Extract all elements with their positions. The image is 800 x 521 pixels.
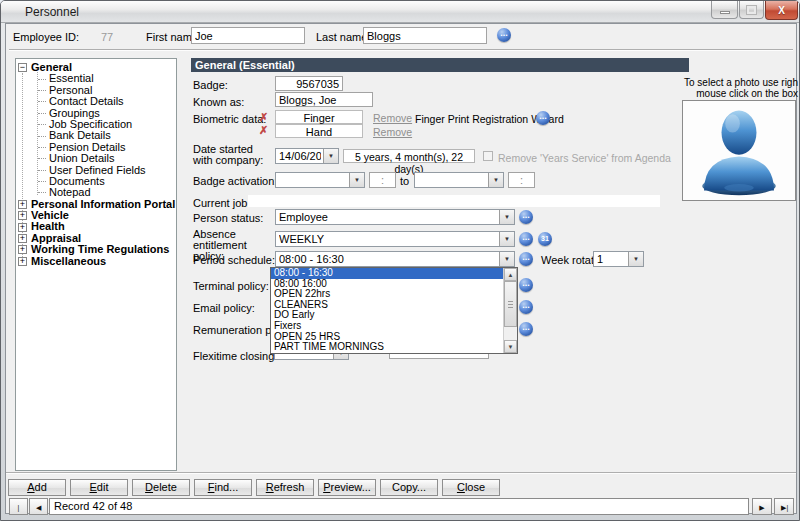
dropdown-option[interactable]: DO Early (271, 310, 503, 321)
scrollbar-thumb[interactable] (504, 281, 517, 327)
photo-hint-line1: To select a photo use righ (661, 78, 798, 88)
tree-node-notepad[interactable]: Notepad (16, 187, 176, 198)
remove-finger-link[interactable]: Remove (373, 112, 412, 124)
ellipsis-icon: ... (519, 322, 533, 332)
expand-icon[interactable]: + (18, 234, 27, 243)
period-schedule-label: Period schedule: (193, 254, 275, 266)
delete-button[interactable]: Delete (132, 479, 190, 496)
collapse-icon[interactable]: − (18, 63, 27, 72)
tree-connector (38, 170, 46, 171)
expand-icon[interactable]: + (18, 211, 27, 220)
current-job-field[interactable] (248, 195, 660, 207)
name-lookup-button[interactable]: ... (497, 28, 511, 42)
maximize-button[interactable] (739, 1, 764, 19)
person-status-label: Person status: (193, 212, 263, 224)
dropdown-option[interactable]: 08:00 16:00 (271, 279, 503, 290)
chevron-down-icon[interactable]: ▼ (499, 232, 514, 246)
expand-icon[interactable]: + (18, 223, 27, 232)
known-as-field[interactable]: Bloggs, Joe (275, 92, 373, 107)
dropdown-option[interactable]: Fixers (271, 321, 503, 332)
nav-bar-icon: | (18, 504, 20, 511)
tree-node-miscellaneous[interactable]: +Miscellaneous (16, 256, 176, 267)
tree-node-general[interactable]: − General (16, 62, 176, 73)
employee-photo-box[interactable] (682, 100, 796, 201)
copy-button[interactable]: Copy... (380, 479, 438, 496)
expand-icon[interactable]: + (18, 200, 27, 209)
expand-icon[interactable]: + (18, 245, 27, 254)
find-button[interactable]: Find... (194, 479, 252, 496)
first-record-button[interactable]: |◀ (9, 498, 28, 515)
ellipsis-icon: ... (519, 278, 533, 288)
chevron-down-icon[interactable]: ▼ (349, 173, 364, 187)
tree-connector (38, 101, 46, 102)
tree-node-label: Working Time Regulations (31, 244, 169, 255)
period-schedule-combo[interactable]: 08:00 - 16:30 ▼ (275, 251, 515, 267)
title-bar: Personnel (1, 1, 800, 23)
remove-hand-link[interactable]: Remove (373, 126, 412, 138)
last-name-input[interactable] (363, 27, 487, 44)
personnel-window: Personnel X Employee ID: 77 First name: … (0, 0, 800, 521)
dropdown-option[interactable]: OPEN 25 HRS (271, 332, 503, 343)
badge-activation-to-combo[interactable]: ▼ (414, 172, 504, 188)
edit-button[interactable]: Edit (70, 479, 128, 496)
dropdown-scrollbar[interactable]: ▲ ▼ (503, 268, 517, 353)
terminal-policy-lookup-button[interactable]: ... (519, 278, 533, 292)
tree-node-union-details[interactable]: Union Details (16, 153, 176, 164)
week-rotation-combo[interactable]: 1 ▼ (593, 251, 644, 267)
expand-icon[interactable]: + (18, 257, 27, 266)
biometric-label: Biometric data: (193, 113, 266, 125)
badge-activation-from-time[interactable]: : (369, 172, 396, 188)
tree-node-documents[interactable]: Documents (16, 176, 176, 187)
close-record-button[interactable]: Close (442, 479, 500, 496)
absence-policy-lookup-button[interactable]: ... (519, 232, 533, 246)
current-job-label: Current job: (193, 197, 250, 209)
tree-node-essential[interactable]: Essential (16, 73, 176, 84)
previous-record-button[interactable]: ◀ (29, 498, 48, 515)
scroll-down-icon[interactable]: ▼ (504, 340, 517, 353)
tree-connector (38, 181, 46, 182)
tree-connector (38, 192, 46, 193)
fingerprint-status-icon: ✗ (259, 111, 268, 123)
tree-node-contact-details[interactable]: Contact Details (16, 96, 176, 107)
nav-bar-icon: | (786, 504, 788, 511)
badge-field[interactable]: 9567035 (275, 76, 343, 91)
person-status-combo[interactable]: Employee ▼ (275, 209, 515, 225)
chevron-down-icon[interactable]: ▼ (628, 252, 643, 266)
to-label: to (400, 175, 409, 187)
maximize-icon (747, 6, 756, 14)
add-button[interactable]: Add (8, 479, 66, 496)
absence-policy-value: WEEKLY (279, 233, 497, 246)
badge-label: Badge: (193, 79, 228, 91)
absence-calendar-button[interactable]: 31 (538, 232, 552, 246)
badge-activation-to-time[interactable]: : (508, 172, 535, 188)
dropdown-option[interactable]: 08:00 - 16:30 (271, 268, 503, 279)
first-name-input[interactable] (191, 27, 305, 44)
badge-activation-from-combo[interactable]: ▼ (275, 172, 365, 188)
preview-button[interactable]: Preview... (318, 479, 376, 496)
person-status-lookup-button[interactable]: ... (519, 210, 533, 224)
date-started-value: 14/06/2007 (279, 150, 321, 163)
tree-node-working-time-regulations[interactable]: +Working Time Regulations (16, 244, 176, 255)
close-button[interactable]: X (765, 1, 798, 20)
refresh-button[interactable]: Refresh (256, 479, 314, 496)
minimize-button[interactable] (711, 1, 738, 19)
chevron-down-icon[interactable]: ▼ (499, 210, 514, 224)
period-schedule-lookup-button[interactable]: ... (519, 252, 533, 266)
chevron-down-icon[interactable]: ▼ (488, 173, 503, 187)
nav-prev-icon: ◀ (36, 504, 41, 511)
scroll-up-icon[interactable]: ▲ (504, 268, 517, 281)
dropdown-option[interactable]: PART TIME MORNINGS (271, 342, 503, 353)
remuneration-policy-lookup-button[interactable]: ... (519, 322, 533, 336)
fingerprint-wizard-button[interactable]: ... (536, 111, 550, 125)
email-policy-lookup-button[interactable]: ... (519, 300, 533, 314)
chevron-down-icon[interactable]: ▼ (323, 149, 338, 163)
chevron-down-icon[interactable]: ▼ (499, 252, 514, 266)
dropdown-option[interactable]: CLEANERS (271, 300, 503, 311)
date-started-combo[interactable]: 14/06/2007 ▼ (275, 148, 339, 164)
years-service-checkbox[interactable] (483, 151, 493, 161)
last-record-button[interactable]: ▶| (774, 498, 794, 515)
dropdown-option[interactable]: OPEN 22hrs (271, 289, 503, 300)
absence-policy-combo[interactable]: WEEKLY ▼ (275, 231, 515, 247)
tree-node-label: Notepad (49, 187, 91, 198)
next-record-button[interactable]: ▶ (752, 498, 772, 515)
